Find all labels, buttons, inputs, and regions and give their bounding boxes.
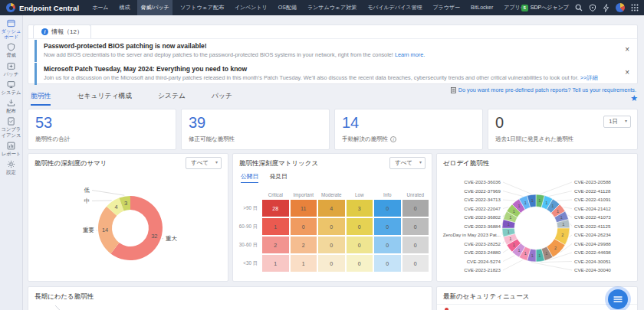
svg-text:1: 1 bbox=[518, 248, 521, 253]
sidebar-item-patch[interactable]: パッチ bbox=[0, 62, 22, 77]
svg-text:1: 1 bbox=[545, 201, 547, 205]
heatmap-cell[interactable]: 0 bbox=[347, 218, 373, 235]
close-icon[interactable]: × bbox=[625, 46, 629, 54]
heatmap-row-label: 30-60 日 bbox=[235, 242, 261, 249]
svg-text:低: 低 bbox=[84, 187, 90, 194]
svg-text:4: 4 bbox=[115, 204, 118, 210]
main-content: i 情報（12） Password-protected BIOS patchin… bbox=[23, 15, 644, 310]
threat-icon bbox=[7, 43, 15, 51]
tab-3[interactable]: パッチ bbox=[212, 92, 232, 106]
alert-icon[interactable] bbox=[588, 4, 596, 12]
svg-text:CVE-2024-26234: CVE-2024-26234 bbox=[574, 232, 611, 237]
sidebar-item-dashboard[interactable]: ダッシュボード bbox=[0, 19, 22, 39]
sidebar-item-compliance[interactable]: コンプライアンス bbox=[0, 117, 22, 137]
matrix-tab-release-date[interactable]: 公開日 bbox=[241, 172, 258, 183]
heatmap-cell[interactable]: 3 bbox=[347, 200, 373, 217]
nav-item-7[interactable]: モバイルデバイス管理 bbox=[364, 0, 425, 15]
stat-label: 脆弱性の合計 bbox=[35, 135, 70, 143]
svg-text:1: 1 bbox=[538, 253, 540, 258]
stat-card-total-vulnerabilities[interactable]: 53 脆弱性の合計 bbox=[28, 109, 176, 150]
view-tabs: 脆弱性セキュリティ構成システムパッチ bbox=[31, 92, 232, 106]
svg-text:CVE-2023-28252: CVE-2023-28252 bbox=[464, 241, 501, 246]
heatmap-cell[interactable]: 0 bbox=[374, 237, 401, 253]
chevron-down-icon: ▾ bbox=[625, 118, 627, 123]
svg-text:1: 1 bbox=[524, 201, 527, 205]
heatmap-cell[interactable]: 0 bbox=[402, 255, 429, 272]
flash-icon[interactable] bbox=[602, 4, 610, 12]
svg-text:1: 1 bbox=[513, 243, 515, 247]
matrix-tab-discovery-date[interactable]: 発見日 bbox=[269, 172, 287, 183]
user-avatar[interactable] bbox=[616, 3, 625, 12]
severity-donut-chart[interactable]: 321443重大重要中低 bbox=[28, 166, 229, 281]
tab-1[interactable]: セキュリティ構成 bbox=[77, 92, 132, 106]
svg-text:CVE-2024-21412: CVE-2024-21412 bbox=[574, 206, 611, 211]
heatmap-cell[interactable]: 0 bbox=[347, 255, 373, 272]
heatmap-cell[interactable]: 0 bbox=[402, 218, 429, 235]
stat-label: 手動解決の脆弱性 i bbox=[342, 135, 396, 143]
reports-prompt[interactable]: Do you want more pre-defined patch repor… bbox=[451, 86, 636, 93]
nav-item-8[interactable]: ブラウザー bbox=[429, 0, 463, 15]
heatmap-cell[interactable]: 1 bbox=[262, 255, 289, 272]
heatmap-cell[interactable]: 0 bbox=[318, 255, 345, 272]
svg-text:1: 1 bbox=[560, 215, 563, 220]
nav-item-10[interactable]: アプリケーションコントロール bbox=[501, 0, 521, 15]
svg-text:CVE-2023-36802: CVE-2023-36802 bbox=[464, 214, 501, 220]
nav-item-6[interactable]: ランサムウェア対策 bbox=[304, 0, 360, 15]
nav-item-2[interactable]: 脅威/パッチ bbox=[137, 0, 172, 15]
notification-title: Password-protected BIOS patching is now … bbox=[44, 42, 616, 50]
svg-text:1: 1 bbox=[545, 251, 547, 256]
heatmap-cell[interactable]: 0 bbox=[291, 218, 317, 235]
notification-link[interactable]: >>詳細 bbox=[580, 74, 598, 81]
star-icon[interactable]: ★ bbox=[630, 94, 638, 103]
heatmap-cell[interactable]: 1 bbox=[262, 218, 289, 235]
zero-day-donut-chart[interactable]: 1111112211111111111111CVE-2023-20588CVE-… bbox=[437, 166, 639, 281]
stat-card-discovered-last-day[interactable]: 0 1日 ▾ 過去1日間に発見された脆弱性 bbox=[488, 109, 638, 150]
brand-name: Endpoint Central bbox=[19, 4, 79, 12]
sidebar-item-threat[interactable]: 脅威 bbox=[0, 43, 22, 57]
heatmap-cell[interactable]: 11 bbox=[291, 200, 317, 217]
stat-card-fixable-vulnerabilities[interactable]: 39 修正可能な脆弱性 bbox=[181, 109, 330, 150]
heatmap-cell[interactable]: 0 bbox=[374, 218, 401, 235]
sidebar-item-system[interactable]: システム bbox=[0, 80, 22, 95]
sidebar-item-deploy[interactable]: 配布 bbox=[0, 99, 22, 113]
tab-0[interactable]: 脆弱性 bbox=[31, 92, 51, 106]
sidebar-item-settings[interactable]: 設定 bbox=[0, 160, 22, 175]
heatmap-cell[interactable]: 0 bbox=[374, 200, 401, 217]
endpoint-central-logo-icon bbox=[6, 3, 15, 12]
sdp-jump-button[interactable]: S SDPへジャンプ bbox=[521, 4, 569, 11]
info-tooltip-icon[interactable]: i bbox=[390, 136, 396, 142]
severity-filter-value: すべて bbox=[191, 159, 209, 166]
severity-heatmap: CriticalImportantModerateLowInfoUnrated>… bbox=[235, 192, 429, 272]
tab-2[interactable]: システム bbox=[158, 92, 186, 106]
heatmap-cell[interactable]: 0 bbox=[347, 237, 373, 253]
heatmap-cell[interactable]: 0 bbox=[318, 237, 345, 253]
compliance-icon bbox=[7, 117, 15, 126]
matrix-tabs: 公開日 発見日 bbox=[241, 172, 288, 183]
nav-item-1[interactable]: 構成 bbox=[116, 0, 133, 15]
notification-link[interactable]: Learn more. bbox=[395, 51, 425, 58]
stat-card-manual-resolution[interactable]: 14 手動解決の脆弱性 i bbox=[334, 109, 483, 150]
heatmap-cell[interactable]: 28 bbox=[262, 200, 289, 217]
heatmap-column-header: Important bbox=[291, 192, 317, 198]
support-fab-button[interactable] bbox=[608, 289, 628, 309]
sidebar-item-report[interactable]: レポート bbox=[0, 142, 22, 156]
close-icon[interactable]: × bbox=[625, 69, 629, 77]
heatmap-cell[interactable]: 4 bbox=[318, 200, 345, 217]
nav-item-9[interactable]: BitLocker bbox=[468, 0, 496, 15]
nav-item-0[interactable]: ホーム bbox=[89, 0, 111, 15]
heatmap-cell[interactable]: 0 bbox=[402, 237, 429, 253]
heatmap-cell[interactable]: 2 bbox=[262, 237, 289, 253]
apps-grid-icon[interactable] bbox=[630, 4, 639, 12]
heatmap-cell[interactable]: 0 bbox=[374, 255, 401, 272]
nav-item-5[interactable]: OS配備 bbox=[275, 0, 300, 15]
heatmap-cell[interactable]: 1 bbox=[291, 255, 317, 272]
search-icon[interactable] bbox=[574, 4, 583, 12]
nav-item-4[interactable]: インベントリ bbox=[232, 0, 271, 15]
heatmap-cell[interactable]: 2 bbox=[291, 237, 317, 253]
period-dropdown[interactable]: 1日 ▾ bbox=[603, 116, 631, 128]
heatmap-cell[interactable]: 0 bbox=[402, 200, 429, 217]
info-tab[interactable]: i 情報（12） bbox=[33, 24, 91, 38]
heatmap-cell[interactable]: 0 bbox=[318, 218, 345, 235]
nav-item-3[interactable]: ソフトウェア配布 bbox=[177, 0, 227, 15]
matrix-filter-dropdown[interactable]: すべて ▾ bbox=[389, 157, 426, 169]
